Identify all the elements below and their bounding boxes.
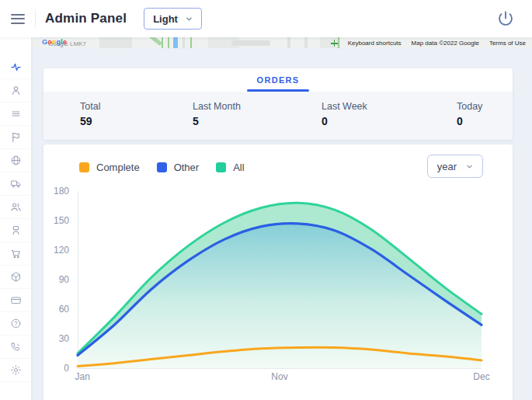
y-tick-label: 0 bbox=[64, 363, 69, 374]
x-tick-label: Nov bbox=[271, 371, 287, 382]
sidebar-item-support[interactable] bbox=[0, 336, 31, 359]
terms-of-use-link[interactable]: Terms of Use bbox=[489, 40, 526, 47]
chevron-down-icon bbox=[186, 16, 193, 23]
package-icon bbox=[10, 271, 22, 283]
stat-last-week-value: 0 bbox=[322, 115, 457, 127]
user-badge-icon bbox=[10, 224, 22, 236]
google-logo: Google bbox=[42, 38, 67, 46]
stat-total-label: Total bbox=[80, 101, 193, 112]
y-tick-label: 60 bbox=[59, 304, 69, 315]
card-icon bbox=[10, 294, 22, 306]
stat-today: Today 0 bbox=[457, 101, 482, 140]
sidebar-item-activity[interactable] bbox=[0, 56, 31, 79]
map-road-blue bbox=[173, 37, 178, 48]
sidebar-item-help[interactable] bbox=[0, 312, 31, 336]
chevron-down-icon bbox=[466, 163, 473, 170]
sidebar-item-customers[interactable] bbox=[0, 196, 31, 219]
stat-today-label: Today bbox=[457, 101, 482, 112]
x-tick-label: Dec bbox=[473, 371, 489, 382]
orders-tab-row: ORDERS bbox=[43, 68, 513, 92]
y-tick-label: 90 bbox=[59, 274, 69, 285]
user-icon bbox=[10, 85, 22, 96]
map-attribution: Keyboard shortcuts Map data ©2022 Google… bbox=[331, 40, 526, 47]
theme-dropdown[interactable]: Light bbox=[144, 8, 202, 30]
legend-other-swatch bbox=[157, 162, 167, 172]
orders-chart-card: Complete Other All year 0306090120150180… bbox=[43, 144, 513, 400]
menu-toggle-icon[interactable] bbox=[11, 11, 25, 26]
legend-complete-label: Complete bbox=[96, 162, 140, 173]
y-tick-label: 30 bbox=[59, 333, 69, 344]
stat-last-month-label: Last Month bbox=[193, 101, 322, 112]
legend-all-label: All bbox=[233, 162, 244, 173]
map-strip: Google LMK7 Google Keyboard shortcuts Ma… bbox=[31, 37, 532, 48]
stat-last-week: Last Week 0 bbox=[322, 101, 457, 140]
flag-icon bbox=[10, 131, 22, 143]
legend-complete[interactable]: Complete bbox=[79, 162, 140, 173]
sidebar-item-delivery[interactable] bbox=[0, 172, 31, 196]
sidebar-item-reports[interactable] bbox=[0, 126, 31, 149]
legend-other-label: Other bbox=[174, 162, 200, 173]
x-tick-label: Jan bbox=[75, 371, 90, 382]
sidebar-item-list[interactable] bbox=[0, 103, 31, 126]
y-tick-label: 150 bbox=[54, 215, 69, 226]
legend-complete-swatch bbox=[79, 162, 89, 172]
orders-card: ORDERS Total 59 Last Month 5 Last Week 0… bbox=[43, 68, 513, 140]
truck-icon bbox=[10, 178, 22, 190]
sidebar-item-settings[interactable] bbox=[0, 359, 31, 382]
map-block bbox=[287, 37, 290, 48]
orders-area-chart bbox=[78, 191, 482, 368]
chart-y-axis-labels: 0306090120150180 bbox=[43, 191, 73, 368]
map-line-green bbox=[162, 37, 163, 48]
map-data-label: Map data ©2022 Google bbox=[412, 40, 479, 47]
map-block bbox=[304, 37, 308, 48]
stat-last-month: Last Month 5 bbox=[193, 101, 322, 140]
stat-total-value: 59 bbox=[80, 115, 193, 127]
gear-icon bbox=[10, 364, 22, 376]
stat-last-week-label: Last Week bbox=[322, 101, 457, 112]
map-block bbox=[231, 40, 270, 46]
legend-all-swatch bbox=[216, 162, 226, 172]
y-tick-label: 120 bbox=[54, 245, 69, 256]
map-block bbox=[183, 37, 185, 48]
sidebar-item-staff[interactable] bbox=[0, 219, 31, 242]
tab-orders-label: ORDERS bbox=[257, 75, 300, 85]
stat-last-month-value: 5 bbox=[193, 115, 322, 127]
phone-icon bbox=[10, 341, 22, 353]
help-circle-icon bbox=[10, 318, 22, 329]
sidebar bbox=[0, 37, 31, 400]
legend-all[interactable]: All bbox=[216, 162, 244, 173]
y-tick-label: 180 bbox=[54, 186, 69, 197]
keyboard-shortcuts-link[interactable]: Keyboard shortcuts bbox=[348, 40, 402, 47]
tab-active-underline bbox=[247, 89, 309, 92]
chart-legend: Complete Other All bbox=[79, 155, 245, 179]
app-title: Admin Panel bbox=[45, 11, 127, 26]
map-line-green bbox=[190, 37, 192, 48]
stat-total: Total 59 bbox=[80, 101, 193, 140]
chart-x-axis-labels: JanNovDec bbox=[78, 371, 482, 384]
sidebar-item-payments[interactable] bbox=[0, 289, 31, 312]
legend-other[interactable]: Other bbox=[157, 162, 200, 173]
sidebar-item-profile[interactable] bbox=[0, 79, 31, 103]
tab-orders[interactable]: ORDERS bbox=[234, 68, 323, 92]
logout-power-icon[interactable] bbox=[496, 9, 515, 28]
theme-dropdown-value: Light bbox=[153, 13, 178, 25]
orders-stats-row: Total 59 Last Month 5 Last Week 0 Today … bbox=[43, 92, 513, 140]
map-line-green bbox=[168, 37, 169, 48]
chart-range-value: year bbox=[437, 161, 457, 172]
map-block bbox=[99, 37, 132, 48]
list-icon bbox=[10, 108, 22, 120]
sidebar-item-globe[interactable] bbox=[0, 149, 31, 172]
chart-x-axis-line bbox=[78, 368, 482, 369]
activity-icon bbox=[10, 61, 22, 73]
stat-today-value: 0 bbox=[457, 115, 482, 127]
topbar-divider bbox=[35, 9, 36, 28]
sidebar-item-cart[interactable] bbox=[0, 242, 31, 266]
chart-range-dropdown[interactable]: year bbox=[427, 155, 483, 178]
map-road-green bbox=[139, 37, 162, 46]
sidebar-item-products[interactable] bbox=[0, 266, 31, 289]
map-marker-icon bbox=[331, 40, 338, 47]
globe-icon bbox=[10, 155, 22, 166]
topbar: Admin Panel Light bbox=[0, 0, 532, 37]
users-icon bbox=[10, 201, 22, 213]
chart-plot-area bbox=[78, 191, 482, 368]
